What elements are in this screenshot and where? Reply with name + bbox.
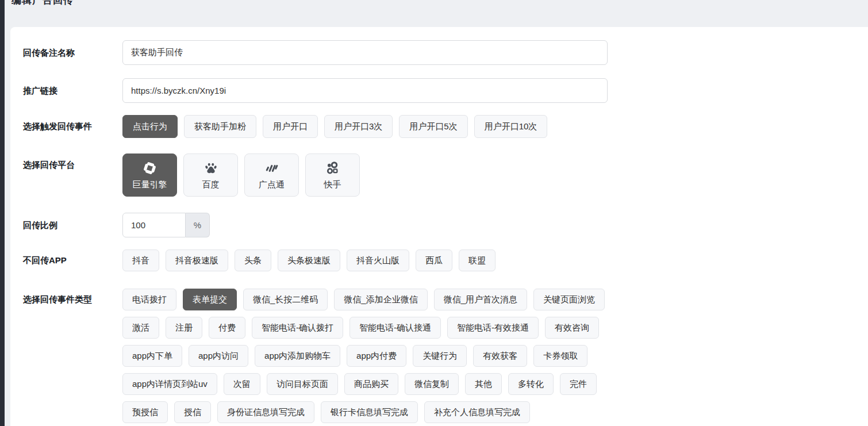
exclude-app-option[interactable]: 头条极速版 (278, 250, 340, 271)
row-exclude-apps: 不回传APP 抖音 抖音极速版 头条 头条极速版 抖音火山版 西瓜 联盟 (23, 250, 868, 271)
event-type-option[interactable]: 智能电话-有效接通 (447, 317, 539, 339)
event-type-option[interactable]: 有效获客 (473, 345, 527, 367)
event-type-option[interactable]: 微信复制 (405, 373, 459, 395)
event-type-row: app内下单 app内访问 app内添加购物车 app内付费 关键行为 有效获客… (122, 345, 605, 367)
gdt-icon (264, 160, 279, 176)
event-type-option[interactable]: 完件 (560, 373, 597, 395)
baidu-icon (203, 160, 218, 176)
event-type-option[interactable]: 预授信 (122, 401, 168, 423)
platform-option-label: 巨量引擎 (133, 179, 167, 190)
event-type-option[interactable]: 卡券领取 (533, 345, 587, 367)
event-type-option[interactable]: 多转化 (508, 373, 554, 395)
event-type-option[interactable]: 注册 (166, 317, 202, 339)
collapsed-sidebar (0, 0, 5, 426)
platform-options: 巨量引擎 百度 (122, 153, 360, 197)
form-card: 回传备注名称 推广链接 选择触发回传事件 点击行为 获客助手加粉 用户开口 用户… (10, 27, 868, 426)
trigger-option[interactable]: 用户开口10次 (474, 115, 548, 138)
row-platform: 选择回传平台 巨量引擎 (23, 153, 868, 197)
event-type-label: 选择回传事件类型 (23, 289, 122, 310)
event-type-option[interactable]: 微信_用户首次消息 (434, 289, 527, 310)
event-type-option[interactable]: 表单提交 (183, 289, 237, 310)
row-event-type: 选择回传事件类型 电话拨打 表单提交 微信_长按二维码 微信_添加企业微信 微信… (23, 289, 868, 423)
event-type-row: app内详情页到站uv 次留 访问目标页面 商品购买 微信复制 其他 多转化 完… (122, 373, 605, 395)
event-type-option[interactable]: app内添加购物车 (255, 345, 340, 367)
link-input[interactable] (122, 78, 608, 103)
exclude-app-option[interactable]: 抖音极速版 (166, 250, 228, 271)
ratio-input[interactable] (122, 213, 186, 237)
page-title: 编辑广告回传 (11, 0, 74, 7)
event-type-option[interactable]: 付费 (209, 317, 245, 339)
event-type-option[interactable]: 微信_长按二维码 (243, 289, 328, 310)
row-trigger: 选择触发回传事件 点击行为 获客助手加粉 用户开口 用户开口3次 用户开口5次 … (23, 115, 868, 138)
event-type-options: 电话拨打 表单提交 微信_长按二维码 微信_添加企业微信 微信_用户首次消息 关… (122, 289, 605, 423)
trigger-label: 选择触发回传事件 (23, 115, 122, 138)
event-type-option[interactable]: 激活 (122, 317, 159, 339)
platform-label: 选择回传平台 (23, 153, 122, 176)
exclude-app-option[interactable]: 头条 (235, 250, 271, 271)
remark-label: 回传备注名称 (23, 40, 122, 65)
platform-option-ocean-engine[interactable]: 巨量引擎 (122, 153, 177, 197)
ratio-label: 回传比例 (23, 213, 122, 237)
row-ratio: 回传比例 % (23, 213, 868, 237)
event-type-option[interactable]: 商品购买 (344, 373, 398, 395)
exclude-apps-options: 抖音 抖音极速版 头条 头条极速版 抖音火山版 西瓜 联盟 (122, 250, 496, 271)
trigger-option[interactable]: 用户开口5次 (399, 115, 467, 138)
link-label: 推广链接 (23, 78, 122, 103)
platform-option-gdt[interactable]: 广点通 (244, 153, 299, 197)
event-type-option[interactable]: 有效咨询 (545, 317, 599, 339)
event-type-option[interactable]: 智能电话-确认接通 (349, 317, 441, 339)
remark-input[interactable] (122, 40, 608, 65)
row-remark: 回传备注名称 (23, 40, 868, 65)
event-type-option[interactable]: 身份证信息填写完成 (217, 401, 314, 423)
event-type-option[interactable]: app内付费 (347, 345, 406, 367)
exclude-app-option[interactable]: 联盟 (459, 250, 496, 271)
event-type-option[interactable]: 其他 (465, 373, 502, 395)
trigger-option[interactable]: 点击行为 (122, 115, 178, 138)
exclude-app-option[interactable]: 西瓜 (416, 250, 452, 271)
event-type-option[interactable]: 微信_添加企业微信 (334, 289, 427, 310)
event-type-option[interactable]: app内下单 (122, 345, 182, 367)
row-link: 推广链接 (23, 78, 868, 103)
event-type-row: 激活 注册 付费 智能电话-确认拨打 智能电话-确认接通 智能电话-有效接通 有… (122, 317, 605, 339)
exclude-app-option[interactable]: 抖音 (122, 250, 159, 271)
platform-option-label: 广点通 (259, 179, 285, 190)
percent-addon: % (186, 213, 210, 237)
platform-option-kuaishou[interactable]: 快手 (305, 153, 360, 197)
trigger-option[interactable]: 用户开口 (263, 115, 318, 138)
exclude-apps-label: 不回传APP (23, 250, 122, 271)
event-type-option[interactable]: 智能电话-确认拨打 (252, 317, 343, 339)
trigger-options: 点击行为 获客助手加粉 用户开口 用户开口3次 用户开口5次 用户开口10次 (122, 115, 547, 138)
event-type-option[interactable]: app内访问 (189, 345, 248, 367)
exclude-app-option[interactable]: 抖音火山版 (347, 250, 409, 271)
ratio-input-group: % (122, 213, 210, 237)
platform-option-label: 快手 (324, 179, 341, 190)
event-type-row: 预授信 授信 身份证信息填写完成 银行卡信息填写完成 补充个人信息填写完成 (122, 401, 605, 423)
ocean-engine-icon (142, 160, 158, 176)
event-type-option[interactable]: 电话拨打 (122, 289, 176, 310)
event-type-option[interactable]: 授信 (174, 401, 211, 423)
event-type-row: 电话拨打 表单提交 微信_长按二维码 微信_添加企业微信 微信_用户首次消息 关… (122, 289, 605, 310)
event-type-option[interactable]: 银行卡信息填写完成 (321, 401, 418, 423)
trigger-option[interactable]: 获客助手加粉 (184, 115, 256, 138)
event-type-option[interactable]: 次留 (224, 373, 260, 395)
event-type-option[interactable]: app内详情页到站uv (122, 373, 217, 395)
event-type-option[interactable]: 补充个人信息填写完成 (424, 401, 530, 423)
kuaishou-icon (325, 160, 340, 176)
trigger-option[interactable]: 用户开口3次 (324, 115, 393, 138)
event-type-option[interactable]: 关键页面浏览 (533, 289, 605, 310)
platform-option-label: 百度 (202, 179, 220, 190)
event-type-option[interactable]: 访问目标页面 (267, 373, 338, 395)
event-type-option[interactable]: 关键行为 (413, 345, 467, 367)
platform-option-baidu[interactable]: 百度 (183, 153, 238, 197)
